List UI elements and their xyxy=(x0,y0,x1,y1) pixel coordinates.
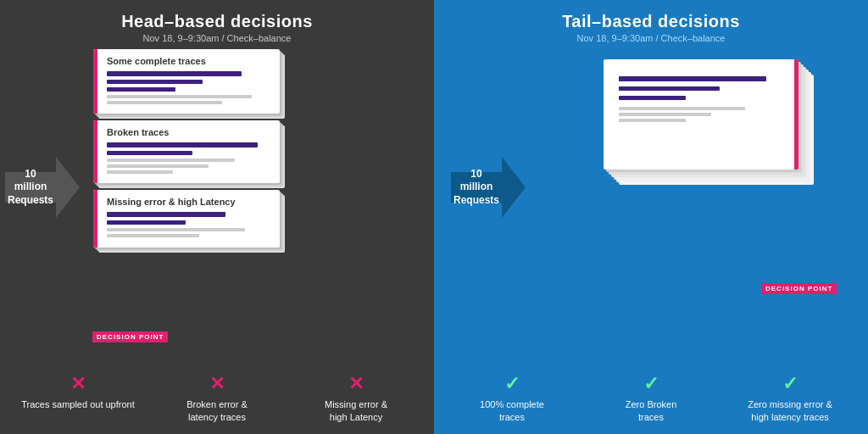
trace-card-2: Broken traces xyxy=(93,120,280,183)
bar-light xyxy=(107,228,245,231)
bar-light xyxy=(619,107,745,110)
left-arrow: 10 millionRequests xyxy=(5,157,80,218)
left-bottom-label-0: Traces sampled out upfront xyxy=(21,398,135,411)
left-arrow-body: 10 millionRequests xyxy=(5,172,56,203)
left-arrow-head xyxy=(56,157,80,218)
left-bottom-label-1: Broken error &latency traces xyxy=(186,398,248,424)
left-subtitle: Nov 18, 9–9:30am / Check–balance xyxy=(143,33,292,43)
right-bottom-0: ✓ 100% completetraces xyxy=(453,373,571,424)
cross-icon-1: ✕ xyxy=(209,373,225,395)
right-decision-point: DECISION POINT xyxy=(761,279,837,294)
bar-light xyxy=(107,234,199,237)
right-big-card xyxy=(604,59,798,170)
left-title: Head–based decisions xyxy=(121,12,313,31)
trace-card-3: Missing error & high Latency xyxy=(93,190,280,248)
right-arrow-head xyxy=(502,157,526,218)
right-arrow-body: 10 millionRequests xyxy=(451,172,502,203)
left-bottom-2: ✕ Missing error &high Latency xyxy=(297,373,415,424)
right-bottom-label-2: Zero missing error &high latency traces xyxy=(748,398,832,424)
right-card-area xyxy=(604,59,798,170)
bar-light xyxy=(107,101,222,104)
right-arrow-label: 10 millionRequests xyxy=(448,168,504,208)
left-arrow-label: 10 millionRequests xyxy=(3,168,58,208)
right-bottom-label-1: Zero Brokentraces xyxy=(626,398,677,424)
left-bottom-label-2: Missing error &high Latency xyxy=(325,398,387,424)
bar-light xyxy=(107,170,173,174)
cross-icon-0: ✕ xyxy=(70,373,86,395)
card-3-title: Missing error & high Latency xyxy=(107,197,271,207)
trace-card-1: Some complete traces xyxy=(93,49,280,114)
bar xyxy=(107,151,192,155)
right-arrow: 10 millionRequests xyxy=(451,157,526,218)
right-bottom-items: ✓ 100% completetraces ✓ Zero Brokentrace… xyxy=(434,373,868,424)
bar xyxy=(619,96,686,100)
bar-light xyxy=(619,119,686,122)
cross-icon-2: ✕ xyxy=(348,373,364,395)
check-icon-0: ✓ xyxy=(504,373,520,395)
bar xyxy=(107,87,175,92)
right-panel: Tail–based decisions Nov 18, 9–9:30am / … xyxy=(434,0,868,434)
left-bottom-0: ✕ Traces sampled out upfront xyxy=(19,373,137,411)
bar xyxy=(107,212,225,217)
right-bottom-1: ✓ Zero Brokentraces xyxy=(592,373,710,424)
bar xyxy=(107,80,203,84)
right-title: Tail–based decisions xyxy=(562,12,740,31)
right-bottom-2: ✓ Zero missing error &high latency trace… xyxy=(731,373,849,424)
right-subtitle: Nov 18, 9–9:30am / Check–balance xyxy=(577,33,726,43)
bar xyxy=(107,220,186,225)
bar xyxy=(107,71,242,76)
bar xyxy=(619,86,720,91)
left-trace-cards: Some complete traces Broken traces Missi… xyxy=(93,49,280,248)
check-icon-2: ✓ xyxy=(782,373,798,395)
bar xyxy=(107,142,258,147)
left-bottom-items: ✕ Traces sampled out upfront ✕ Broken er… xyxy=(0,373,434,424)
left-bottom-1: ✕ Broken error &latency traces xyxy=(158,373,276,424)
left-decision-point: DECISION POINT xyxy=(92,327,168,342)
right-bottom-label-0: 100% completetraces xyxy=(480,398,544,424)
bar xyxy=(619,76,766,81)
left-panel: Head–based decisions Nov 18, 9–9:30am / … xyxy=(0,0,434,434)
bar-light xyxy=(107,159,235,162)
check-icon-1: ✓ xyxy=(643,373,659,395)
bar-light xyxy=(619,113,711,116)
bar-light xyxy=(107,95,252,98)
card-2-title: Broken traces xyxy=(107,127,271,137)
card-1-title: Some complete traces xyxy=(107,56,271,66)
bar-light xyxy=(107,164,209,168)
